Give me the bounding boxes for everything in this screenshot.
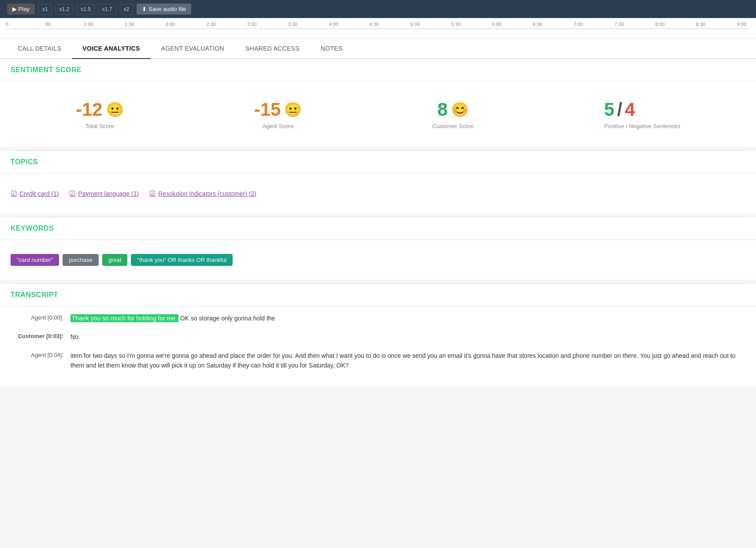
customer-score-icon: 😊 [451,101,469,118]
transcript-text-2: No. [70,332,745,342]
agent-score-item: -15 😐 Agent Score [254,99,302,129]
pos-neg-value: 5 / 4 [604,99,680,120]
total-score-value: -12 😐 [76,99,124,120]
speed-x2-button[interactable]: x2 [120,4,133,15]
keyword-purchase[interactable]: purchase [63,254,98,266]
keywords-header: KEYWORDS [0,217,756,240]
play-button[interactable]: ▶ Play [7,4,35,15]
transcript-row-2: Customer [0:03]: No. [11,332,745,342]
topic-credit-card-label: Credit card (1) [19,190,59,197]
agent-score-icon: 😐 [284,101,302,118]
customer-score-label: Customer Score [432,123,474,129]
tick-150: 2:30 [206,22,215,27]
tick-330: 5:30 [451,22,460,27]
tab-shared-access[interactable]: SHARED ACCESS [235,39,310,59]
sentiment-header: SENTIMENT SCORE [0,59,756,81]
tick-210: 3:30 [288,22,297,27]
keywords-body: "card number" purchase great "thank you"… [0,240,756,280]
transcript-row-3: Agent [0:04]: item for two days so I'm g… [11,351,745,371]
topic-credit-card[interactable]: ☑ Credit card (1) [11,189,59,198]
topic-check-icon-1: ☑ [11,189,17,198]
tick-300: 5:00 [410,22,419,27]
keyword-great[interactable]: great [102,254,128,266]
tick-120: 2:00 [166,22,175,27]
speed-x1-7-button[interactable]: x1.7 [98,4,116,15]
scores-row: -12 😐 Total Score -15 😐 Agent Score [11,90,745,138]
total-score-number: -12 [76,99,103,120]
tab-notes[interactable]: NOTES [310,39,353,59]
keywords-section: KEYWORDS "card number" purchase great "t… [0,217,756,280]
customer-score-value: 8 😊 [432,99,474,120]
tab-call-details[interactable]: CALL DETAILS [7,39,72,59]
tick-420: 7:00 [574,22,583,27]
tick-510: 8:30 [696,22,705,27]
total-score-item: -12 😐 Total Score [76,99,124,129]
tick-0: 0 [6,22,8,27]
total-score-label: Total Score [76,123,124,129]
transcript-text-1: Thank you so much for holding for me. OK… [70,313,745,323]
timeline-line [7,29,749,29]
negative-number: 4 [625,99,635,120]
tick-180: 3:00 [247,22,256,27]
customer-score-number: 8 [437,99,448,120]
transcript-speaker-2: Customer [0:03]: [11,332,63,339]
transcript-plain-3: item for two days so I'm gonna we're gon… [70,352,735,369]
topic-check-icon-3: ☑ [149,189,156,198]
transcript-text-3: item for two days so I'm gonna we're gon… [70,351,745,371]
transcript-plain-2: No. [70,333,80,340]
transcript-section: TRANSCRIPT Agent [0:00]: Thank you so mu… [0,284,756,386]
agent-score-number: -15 [254,99,281,120]
total-score-icon: 😐 [106,101,124,118]
tick-60: 1:00 [84,22,93,27]
tick-390: 6:30 [533,22,542,27]
timeline: 0 30 1:00 1:30 2:00 2:30 3:00 3:30 4:00 … [0,18,756,39]
tick-450: 7:30 [615,22,624,27]
topics-body: ☑ Credit card (1) ☑ Payment language (1)… [0,173,756,213]
speed-x1-2-button[interactable]: x1.2 [56,4,74,15]
speed-x1-5-button[interactable]: x1.5 [77,4,95,15]
tick-90: 1:30 [125,22,134,27]
tick-540: 9:00 [737,22,746,27]
positive-number: 5 [604,99,614,120]
keyword-card-number[interactable]: "card number" [11,254,59,266]
topic-check-icon-2: ☑ [69,189,75,198]
topic-resolution-label: Resolution Indicators (customer) (2) [158,190,256,197]
tick-270: 4:30 [370,22,379,27]
save-audio-button[interactable]: ⬇ Save audio file [137,4,191,15]
topic-payment-language[interactable]: ☑ Payment language (1) [69,189,139,198]
pos-neg-item: 5 / 4 Positive / Negative Sentences [604,99,680,129]
highlighted-text-1: Thank you so much for holding for me. [70,314,178,322]
agent-score-value: -15 😐 [254,99,302,120]
tick-240: 4:00 [329,22,338,27]
tab-voice-analytics[interactable]: VOICE ANALYTICS [72,39,150,59]
sentiment-section: SENTIMENT SCORE -12 😐 Total Score -15 😐 [0,59,756,147]
topic-payment-language-label: Payment language (1) [78,190,139,197]
pos-neg-label: Positive / Negative Sentences [604,123,680,129]
agent-score-label: Agent Score [254,123,302,129]
topic-resolution-indicators[interactable]: ☑ Resolution Indicators (customer) (2) [149,189,256,198]
transcript-speaker-3: Agent [0:04]: [11,351,63,358]
topics-row: ☑ Credit card (1) ☑ Payment language (1)… [11,182,745,205]
speed-x1-button[interactable]: x1 [38,4,52,15]
tick-30: 30 [45,22,50,27]
transcript-header: TRANSCRIPT [0,284,756,306]
pos-neg-slash: / [617,99,623,120]
tick-360: 6:00 [492,22,501,27]
topics-section: TOPICS ☑ Credit card (1) ☑ Payment langu… [0,151,756,213]
tabs: CALL DETAILS VOICE ANALYTICS AGENT EVALU… [7,39,749,58]
tabs-container: CALL DETAILS VOICE ANALYTICS AGENT EVALU… [0,39,756,59]
keywords-row: "card number" purchase great "thank you"… [11,249,745,271]
tick-480: 8:00 [655,22,664,27]
audio-bar: ▶ Play x1 x1.2 x1.5 x1.7 x2 ⬇ Save audio… [0,0,756,18]
transcript-speaker-1: Agent [0:00]: [11,313,63,321]
transcript-plain-1: OK so storage only gonna hold the [180,315,275,322]
keyword-thank-you[interactable]: "thank you" OR thanks OR thankful [131,254,233,266]
topics-header: TOPICS [0,151,756,173]
transcript-body: Agent [0:00]: Thank you so much for hold… [0,306,756,386]
main-content: SENTIMENT SCORE -12 😐 Total Score -15 😐 [0,59,756,386]
timeline-track: 0 30 1:00 1:30 2:00 2:30 3:00 3:30 4:00 … [7,22,749,35]
tab-agent-evaluation[interactable]: AGENT EVALUATION [151,39,235,59]
customer-score-item: 8 😊 Customer Score [432,99,474,129]
sentiment-body: -12 😐 Total Score -15 😐 Agent Score [0,81,756,147]
transcript-row-1: Agent [0:00]: Thank you so much for hold… [11,313,745,323]
